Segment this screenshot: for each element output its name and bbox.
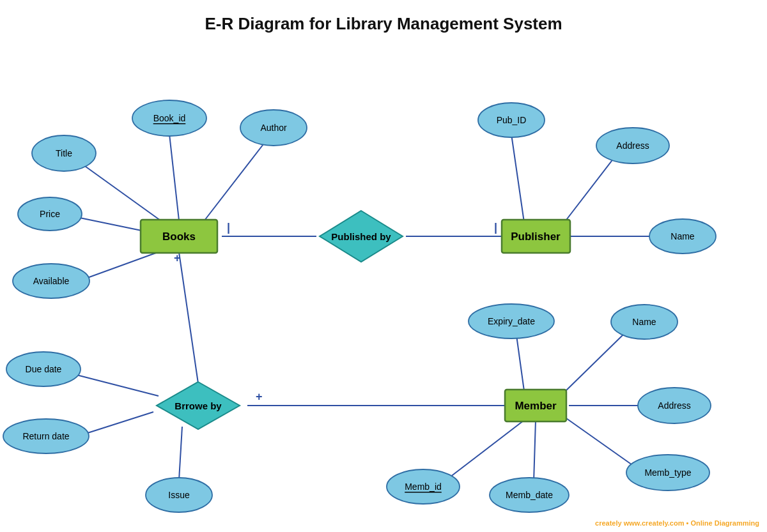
svg-line-17 <box>447 420 524 479</box>
svg-text:+: + <box>256 390 263 403</box>
attr-address-pub-label: Address <box>616 141 649 151</box>
watermark-text: www.creately.com • Online Diagramming <box>624 519 759 527</box>
svg-line-18 <box>534 420 536 482</box>
svg-line-23 <box>72 374 159 396</box>
svg-line-10 <box>511 134 524 222</box>
attr-memb-id-label: Memb_id <box>405 482 442 492</box>
svg-line-11 <box>562 158 614 225</box>
attr-memb-date-label: Memb_date <box>506 490 553 500</box>
attr-due-date-label: Due date <box>26 364 62 374</box>
svg-line-2 <box>205 142 265 220</box>
svg-line-19 <box>179 252 198 383</box>
svg-line-4 <box>79 250 163 281</box>
attr-memb-type-label: Memb_type <box>644 467 691 478</box>
rel-borrow-by-label: Brrowe by <box>174 400 222 411</box>
attr-price-label: Price <box>40 209 60 219</box>
svg-line-1 <box>83 165 163 222</box>
rel-published-by-label: Published by <box>331 231 391 242</box>
svg-line-16 <box>566 418 634 466</box>
attr-name-mem-label: Name <box>632 317 656 327</box>
entity-books-label: Books <box>162 231 196 243</box>
entity-publisher-label: Publisher <box>511 231 561 243</box>
watermark: creately www.creately.com • Online Diagr… <box>595 519 759 527</box>
attr-return-date-label: Return date <box>22 431 69 441</box>
svg-line-25 <box>179 427 182 480</box>
attr-address-mem-label: Address <box>658 400 690 411</box>
svg-line-0 <box>169 134 179 220</box>
attr-available-label: Available <box>33 276 70 286</box>
attr-name-pub-label: Name <box>670 231 695 241</box>
brand-name: creately <box>595 519 622 527</box>
attr-pub-id-label: Pub_ID <box>497 115 527 125</box>
attr-title-label: Title <box>56 148 72 158</box>
svg-text:|: | <box>227 221 230 234</box>
attr-book-id-label: Book_id <box>153 113 186 123</box>
entity-member-label: Member <box>515 400 557 412</box>
attr-issue-label: Issue <box>168 490 190 500</box>
svg-text:|: | <box>494 221 497 234</box>
svg-line-13 <box>516 335 524 391</box>
attr-author-label: Author <box>260 123 287 133</box>
attr-expiry-date-label: Expiry_date <box>488 316 535 326</box>
svg-line-14 <box>564 335 623 392</box>
